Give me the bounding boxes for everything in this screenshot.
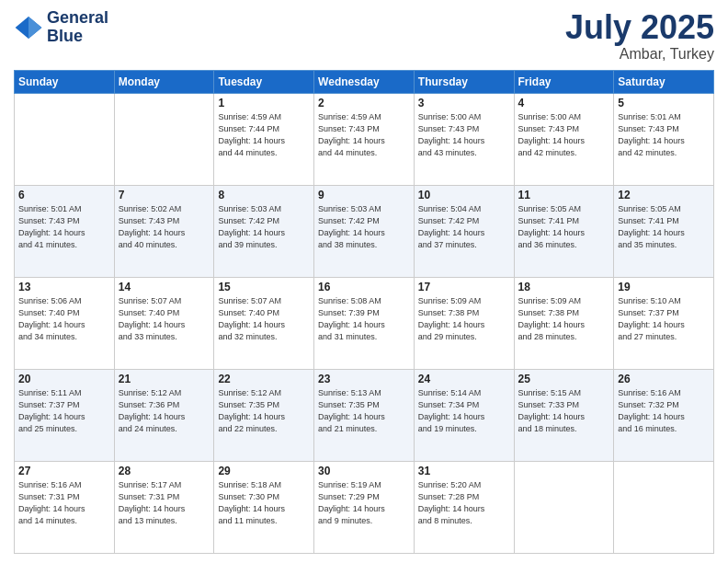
day-number: 29 (218, 465, 310, 477)
logo-line2: Blue (47, 28, 108, 46)
weekday-header-saturday: Saturday (614, 70, 714, 93)
calendar-cell (15, 93, 115, 185)
page: General Blue July 2025 Ambar, Turkey Sun… (0, 0, 728, 563)
day-info: Sunrise: 5:10 AM Sunset: 7:37 PM Dayligh… (618, 295, 710, 343)
day-info: Sunrise: 5:08 AM Sunset: 7:39 PM Dayligh… (318, 295, 410, 343)
day-number: 27 (18, 465, 110, 477)
calendar-week-row: 20Sunrise: 5:11 AM Sunset: 7:37 PM Dayli… (15, 369, 714, 461)
day-number: 21 (119, 373, 210, 385)
calendar-cell: 17Sunrise: 5:09 AM Sunset: 7:38 PM Dayli… (414, 277, 514, 369)
day-number: 6 (18, 189, 110, 201)
day-info: Sunrise: 5:14 AM Sunset: 7:34 PM Dayligh… (418, 387, 510, 435)
day-info: Sunrise: 5:20 AM Sunset: 7:28 PM Dayligh… (418, 479, 510, 527)
calendar-cell: 29Sunrise: 5:18 AM Sunset: 7:30 PM Dayli… (214, 461, 314, 553)
day-info: Sunrise: 5:09 AM Sunset: 7:38 PM Dayligh… (518, 295, 610, 343)
calendar-cell: 5Sunrise: 5:01 AM Sunset: 7:43 PM Daylig… (614, 93, 714, 185)
day-info: Sunrise: 4:59 AM Sunset: 7:44 PM Dayligh… (218, 111, 310, 159)
calendar-cell: 7Sunrise: 5:02 AM Sunset: 7:43 PM Daylig… (114, 185, 214, 277)
day-number: 28 (119, 465, 210, 477)
day-info: Sunrise: 5:05 AM Sunset: 7:41 PM Dayligh… (618, 203, 710, 251)
day-number: 8 (218, 189, 310, 201)
location-title: Ambar, Turkey (565, 46, 714, 63)
day-number: 7 (119, 189, 210, 201)
day-number: 22 (218, 373, 310, 385)
day-number: 19 (618, 281, 710, 293)
day-info: Sunrise: 5:04 AM Sunset: 7:42 PM Dayligh… (418, 203, 510, 251)
title-block: July 2025 Ambar, Turkey (565, 9, 714, 63)
calendar-cell (514, 461, 614, 553)
calendar-week-row: 13Sunrise: 5:06 AM Sunset: 7:40 PM Dayli… (15, 277, 714, 369)
day-number: 23 (318, 373, 410, 385)
logo-line1: General (47, 9, 108, 28)
calendar-table: SundayMondayTuesdayWednesdayThursdayFrid… (14, 70, 714, 554)
day-number: 17 (418, 281, 510, 293)
calendar-cell: 26Sunrise: 5:16 AM Sunset: 7:32 PM Dayli… (614, 369, 714, 461)
day-number: 3 (418, 97, 510, 109)
calendar-cell: 21Sunrise: 5:12 AM Sunset: 7:36 PM Dayli… (114, 369, 214, 461)
calendar-week-row: 1Sunrise: 4:59 AM Sunset: 7:44 PM Daylig… (15, 93, 714, 185)
calendar-cell: 19Sunrise: 5:10 AM Sunset: 7:37 PM Dayli… (614, 277, 714, 369)
day-number: 14 (119, 281, 210, 293)
weekday-header-tuesday: Tuesday (214, 70, 314, 93)
day-number: 20 (18, 373, 110, 385)
calendar-cell: 15Sunrise: 5:07 AM Sunset: 7:40 PM Dayli… (214, 277, 314, 369)
calendar-cell: 1Sunrise: 4:59 AM Sunset: 7:44 PM Daylig… (214, 93, 314, 185)
calendar-cell: 31Sunrise: 5:20 AM Sunset: 7:28 PM Dayli… (414, 461, 514, 553)
month-title: July 2025 (565, 9, 714, 46)
day-number: 2 (318, 97, 410, 109)
day-info: Sunrise: 4:59 AM Sunset: 7:43 PM Dayligh… (318, 111, 410, 159)
day-number: 15 (218, 281, 310, 293)
day-info: Sunrise: 5:01 AM Sunset: 7:43 PM Dayligh… (618, 111, 710, 159)
day-info: Sunrise: 5:05 AM Sunset: 7:41 PM Dayligh… (518, 203, 610, 251)
logo-text: General Blue (47, 9, 108, 46)
calendar-cell: 10Sunrise: 5:04 AM Sunset: 7:42 PM Dayli… (414, 185, 514, 277)
day-info: Sunrise: 5:02 AM Sunset: 7:43 PM Dayligh… (119, 203, 210, 251)
day-info: Sunrise: 5:13 AM Sunset: 7:35 PM Dayligh… (318, 387, 410, 435)
calendar-cell: 24Sunrise: 5:14 AM Sunset: 7:34 PM Dayli… (414, 369, 514, 461)
svg-marker-1 (28, 17, 41, 39)
day-number: 24 (418, 373, 510, 385)
calendar-cell: 9Sunrise: 5:03 AM Sunset: 7:42 PM Daylig… (314, 185, 415, 277)
day-info: Sunrise: 5:07 AM Sunset: 7:40 PM Dayligh… (218, 295, 310, 343)
weekday-header-monday: Monday (114, 70, 214, 93)
weekday-header-wednesday: Wednesday (314, 70, 415, 93)
logo: General Blue (14, 9, 108, 46)
day-number: 10 (418, 189, 510, 201)
day-info: Sunrise: 5:00 AM Sunset: 7:43 PM Dayligh… (518, 111, 610, 159)
calendar-cell: 22Sunrise: 5:12 AM Sunset: 7:35 PM Dayli… (214, 369, 314, 461)
calendar-cell (114, 93, 214, 185)
day-number: 4 (518, 97, 610, 109)
day-number: 25 (518, 373, 610, 385)
day-info: Sunrise: 5:12 AM Sunset: 7:35 PM Dayligh… (218, 387, 310, 435)
day-number: 16 (318, 281, 410, 293)
calendar-cell: 25Sunrise: 5:15 AM Sunset: 7:33 PM Dayli… (514, 369, 614, 461)
calendar-cell: 16Sunrise: 5:08 AM Sunset: 7:39 PM Dayli… (314, 277, 415, 369)
day-info: Sunrise: 5:07 AM Sunset: 7:40 PM Dayligh… (119, 295, 210, 343)
calendar-cell: 13Sunrise: 5:06 AM Sunset: 7:40 PM Dayli… (15, 277, 115, 369)
weekday-header-thursday: Thursday (414, 70, 514, 93)
calendar-cell: 8Sunrise: 5:03 AM Sunset: 7:42 PM Daylig… (214, 185, 314, 277)
day-info: Sunrise: 5:16 AM Sunset: 7:31 PM Dayligh… (18, 479, 110, 527)
calendar-cell: 27Sunrise: 5:16 AM Sunset: 7:31 PM Dayli… (15, 461, 115, 553)
day-number: 13 (18, 281, 110, 293)
day-info: Sunrise: 5:03 AM Sunset: 7:42 PM Dayligh… (218, 203, 310, 251)
calendar-week-row: 27Sunrise: 5:16 AM Sunset: 7:31 PM Dayli… (15, 461, 714, 553)
day-info: Sunrise: 5:01 AM Sunset: 7:43 PM Dayligh… (18, 203, 110, 251)
day-number: 18 (518, 281, 610, 293)
day-number: 1 (218, 97, 310, 109)
day-number: 9 (318, 189, 410, 201)
weekday-header-row: SundayMondayTuesdayWednesdayThursdayFrid… (15, 70, 714, 93)
day-number: 11 (518, 189, 610, 201)
day-info: Sunrise: 5:03 AM Sunset: 7:42 PM Dayligh… (318, 203, 410, 251)
calendar-cell: 18Sunrise: 5:09 AM Sunset: 7:38 PM Dayli… (514, 277, 614, 369)
day-info: Sunrise: 5:18 AM Sunset: 7:30 PM Dayligh… (218, 479, 310, 527)
calendar-cell: 12Sunrise: 5:05 AM Sunset: 7:41 PM Dayli… (614, 185, 714, 277)
day-info: Sunrise: 5:17 AM Sunset: 7:31 PM Dayligh… (119, 479, 210, 527)
logo-icon (14, 13, 43, 42)
calendar-cell: 20Sunrise: 5:11 AM Sunset: 7:37 PM Dayli… (15, 369, 115, 461)
calendar-cell: 30Sunrise: 5:19 AM Sunset: 7:29 PM Dayli… (314, 461, 415, 553)
day-info: Sunrise: 5:06 AM Sunset: 7:40 PM Dayligh… (18, 295, 110, 343)
day-info: Sunrise: 5:19 AM Sunset: 7:29 PM Dayligh… (318, 479, 410, 527)
calendar-cell: 4Sunrise: 5:00 AM Sunset: 7:43 PM Daylig… (514, 93, 614, 185)
day-info: Sunrise: 5:16 AM Sunset: 7:32 PM Dayligh… (618, 387, 710, 435)
